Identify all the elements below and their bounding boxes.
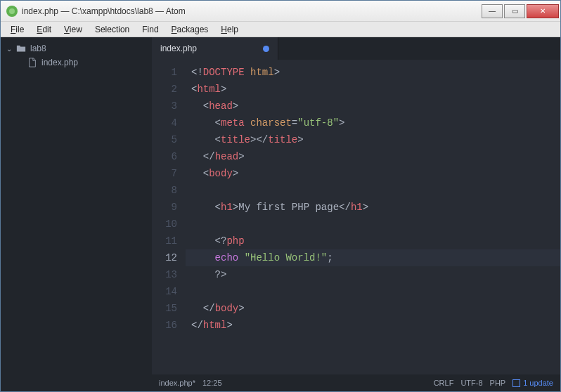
code-line[interactable]: <!DOCTYPE html> (186, 64, 560, 81)
editor-pane: index.php 12345678910111213141516 <!DOCT… (152, 37, 560, 391)
menu-find[interactable]: Find (136, 23, 164, 36)
minimize-button[interactable]: — (482, 4, 503, 18)
code-line[interactable]: <html> (186, 81, 560, 98)
code-line[interactable] (186, 283, 560, 300)
app-window: index.php — C:\xampp\htdocs\lab8 — Atom … (0, 0, 561, 392)
menu-help[interactable]: Help (215, 23, 244, 36)
code-content[interactable]: <!DOCTYPE html><html> <head> <meta chars… (186, 60, 560, 374)
window-title: index.php — C:\xampp\htdocs\lab8 — Atom (22, 6, 480, 16)
status-encoding[interactable]: UTF-8 (460, 379, 482, 387)
tree-view[interactable]: ⌄ lab8 index.php (1, 37, 152, 391)
text-editor[interactable]: 12345678910111213141516 <!DOCTYPE html><… (152, 60, 560, 374)
status-update[interactable]: 1 update (512, 379, 553, 387)
folder-icon (16, 44, 26, 53)
menu-selection[interactable]: Selection (89, 23, 135, 36)
titlebar[interactable]: index.php — C:\xampp\htdocs\lab8 — Atom … (1, 1, 560, 22)
tree-file-name: index.php (41, 58, 78, 67)
line-number-gutter: 12345678910111213141516 (152, 60, 186, 374)
status-bar: index.php* 12:25 CRLF UTF-8 PHP 1 update (152, 374, 560, 391)
maximize-button[interactable]: ▭ (504, 4, 525, 18)
package-icon (512, 379, 520, 387)
menu-edit[interactable]: Edit (31, 23, 57, 36)
code-line[interactable]: </body> (186, 300, 560, 317)
code-line[interactable]: <title></title> (186, 131, 560, 148)
code-line[interactable]: echo "Hello World!"; (186, 249, 560, 266)
code-line[interactable] (186, 182, 560, 199)
workspace: ⌄ lab8 index.php index.php 1234567891011… (1, 37, 560, 391)
menu-view[interactable]: View (58, 23, 88, 36)
menubar: File Edit View Selection Find Packages H… (1, 22, 560, 37)
tree-file[interactable]: index.php (1, 55, 152, 70)
code-line[interactable]: <meta charset="utf-8"> (186, 115, 560, 131)
status-language[interactable]: PHP (490, 379, 506, 387)
code-line[interactable] (186, 216, 560, 233)
modified-indicator-icon (263, 46, 269, 52)
code-line[interactable]: <head> (186, 98, 560, 115)
project-name: lab8 (30, 44, 46, 53)
file-icon (27, 58, 37, 67)
code-line[interactable]: <h1>My first PHP page</h1> (186, 199, 560, 216)
status-cursor[interactable]: 12:25 (202, 379, 222, 387)
tab-bar[interactable]: index.php (152, 37, 560, 60)
atom-icon (6, 6, 18, 17)
project-root[interactable]: ⌄ lab8 (1, 41, 152, 55)
tab-index-php[interactable]: index.php (152, 37, 278, 60)
tab-title: index.php (160, 44, 256, 53)
code-line[interactable]: </head> (186, 148, 560, 165)
code-line[interactable]: ?> (186, 266, 560, 283)
code-line[interactable]: <?php (186, 233, 560, 249)
menu-file[interactable]: File (5, 23, 30, 36)
menu-packages[interactable]: Packages (166, 23, 214, 36)
status-file[interactable]: index.php* (159, 379, 195, 387)
status-eol[interactable]: CRLF (434, 379, 454, 387)
close-button[interactable]: ✕ (527, 4, 559, 18)
code-line[interactable]: <body> (186, 165, 560, 182)
window-controls: — ▭ ✕ (480, 4, 559, 18)
chevron-down-icon: ⌄ (6, 45, 12, 53)
code-line[interactable]: </html> (186, 317, 560, 334)
